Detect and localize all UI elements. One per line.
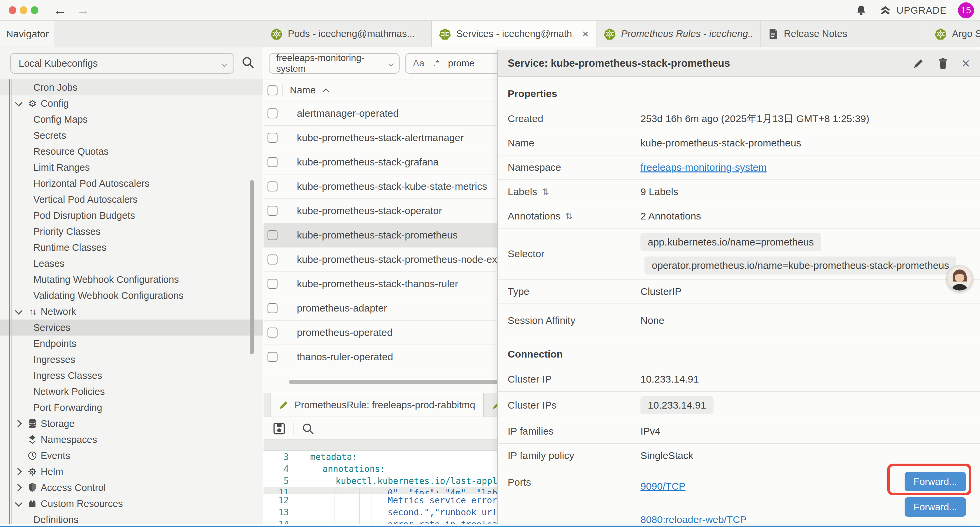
table-horizontal-scrollbar[interactable] xyxy=(264,380,498,384)
row-checkbox[interactable] xyxy=(267,279,277,289)
table-row[interactable]: kube-prometheus-stack-grafana xyxy=(264,150,498,174)
notification-badge[interactable]: 15 xyxy=(958,2,974,18)
row-checkbox[interactable] xyxy=(267,133,277,143)
sidebar-item-mutating-webhook-configurations[interactable]: Mutating Webhook Configurations xyxy=(0,272,263,288)
sidebar-item-events[interactable]: Events xyxy=(0,447,263,463)
port-link[interactable]: 9090/TCP xyxy=(640,481,686,492)
sidebar-item-helm[interactable]: Helm xyxy=(0,463,263,480)
minimize-window-button[interactable] xyxy=(20,6,27,14)
forward-button[interactable]: Forward... xyxy=(905,472,966,491)
save-icon[interactable] xyxy=(272,422,286,436)
forward-button[interactable]: Forward... xyxy=(905,497,966,517)
sidebar-item-services[interactable]: Services xyxy=(0,320,263,336)
back-button[interactable]: ← xyxy=(53,3,67,18)
tab-prometheus-rules-icecheng[interactable]: Prometheus Rules - icecheng... xyxy=(597,21,760,47)
bell-icon[interactable] xyxy=(855,4,867,17)
forward-button[interactable]: → xyxy=(76,3,89,18)
table-row[interactable]: kube-prometheus-stack-prometheus-node-ex… xyxy=(264,247,498,272)
chevron-right-icon[interactable] xyxy=(15,421,24,426)
chevron-right-icon[interactable] xyxy=(15,485,24,490)
sidebar-item-custom-resources[interactable]: Custom Resources xyxy=(0,496,263,512)
editor-search-icon[interactable] xyxy=(301,422,315,435)
port-link[interactable]: 8080:reloader-web/TCP xyxy=(640,514,747,524)
table-row[interactable]: kube-prometheus-stack-alertmanager xyxy=(264,126,498,150)
editor-tab[interactable]: PrometheusRule: freeleaps-prod-rabbitmq xyxy=(270,393,484,417)
namespace-link[interactable]: freeleaps-monitoring-system xyxy=(640,162,767,173)
sidebar-item-runtime-classes[interactable]: Runtime Classes xyxy=(0,239,263,255)
sidebar-item-config-maps[interactable]: Config Maps xyxy=(0,111,263,127)
sidebar-item-port-forwarding[interactable]: Port Forwarding xyxy=(0,400,263,416)
sort-arrows-icon[interactable]: ⇅ xyxy=(542,187,549,197)
row-checkbox[interactable] xyxy=(267,328,277,338)
chevron-down-icon[interactable] xyxy=(15,309,24,314)
row-checkbox[interactable] xyxy=(267,255,277,264)
table-row[interactable]: prometheus-operated xyxy=(264,320,498,345)
table-search-input[interactable]: Aa .* prome xyxy=(405,53,498,74)
row-checkbox[interactable] xyxy=(267,182,277,191)
sidebar-item-limit-ranges[interactable]: Limit Ranges xyxy=(0,159,263,175)
tab-release-notes[interactable]: Release Notes xyxy=(760,21,927,47)
select-all-checkbox[interactable] xyxy=(267,85,277,96)
sidebar-item-ingresses[interactable]: Ingresses xyxy=(0,352,263,368)
navigator-panel-title[interactable]: Navigator xyxy=(0,21,54,47)
sidebar-item-leases[interactable]: Leases xyxy=(0,255,263,272)
sidebar-item-network-policies[interactable]: Network Policies xyxy=(0,384,263,400)
tab-services-icecheng-math[interactable]: Services - icecheng@math...× xyxy=(432,21,597,47)
table-row[interactable]: alertmanager-operated xyxy=(264,101,498,126)
table-row[interactable]: kube-prometheus-stack-thanos-ruler xyxy=(264,272,498,296)
sidebar-item-cron-jobs[interactable]: Cron Jobs xyxy=(0,80,263,96)
yaml-editor[interactable]: 3metadata:4annotations:5kubectl.kubernet… xyxy=(264,451,498,524)
table-row[interactable]: thanos-ruler-operated xyxy=(264,345,498,369)
sidebar-item-network[interactable]: ↑↓Network xyxy=(0,304,263,320)
sidebar-item-vertical-pod-autoscalers[interactable]: Vertical Pod Autoscalers xyxy=(0,191,263,207)
sidebar-item-namespaces[interactable]: Namespaces xyxy=(0,431,263,447)
match-case-toggle[interactable]: Aa xyxy=(413,58,424,69)
regex-toggle[interactable]: .* xyxy=(433,58,439,69)
close-tab-icon[interactable]: × xyxy=(582,27,589,40)
row-checkbox[interactable] xyxy=(267,206,277,216)
sidebar-item-pod-disruption-budgets[interactable]: Pod Disruption Budgets xyxy=(0,207,263,223)
tab-pods-icecheng-mathmas[interactable]: Pods - icecheng@mathmas... xyxy=(263,21,432,47)
sidebar-search-icon[interactable] xyxy=(241,56,255,69)
editor-tab[interactable] xyxy=(484,393,498,417)
sidebar-item-storage[interactable]: Storage xyxy=(0,416,263,431)
user-avatar[interactable] xyxy=(947,266,973,291)
row-checkbox[interactable] xyxy=(267,303,277,313)
sidebar-item-ingress-classes[interactable]: Ingress Classes xyxy=(0,368,263,384)
sidebar-item-config[interactable]: ⚙Config xyxy=(0,96,263,111)
chevron-down-icon[interactable] xyxy=(15,101,24,106)
sidebar-item-validating-webhook-configurations[interactable]: Validating Webhook Configurations xyxy=(0,288,263,304)
sidebar-item-secrets[interactable]: Secrets xyxy=(0,127,263,143)
table-row[interactable]: kube-prometheus-stack-prometheus xyxy=(264,223,498,247)
table-row[interactable]: kube-prometheus-stack-kube-state-metrics xyxy=(264,174,498,199)
row-checkbox[interactable] xyxy=(267,157,277,167)
zoom-window-button[interactable] xyxy=(31,6,38,14)
sidebar-item-horizontal-pod-autoscalers[interactable]: Horizontal Pod Autoscalers xyxy=(0,175,263,191)
name-column-header[interactable]: Name xyxy=(290,85,315,96)
row-checkbox[interactable] xyxy=(267,230,277,240)
upgrade-label: UPGRADE xyxy=(897,5,947,16)
sidebar-item-resource-quotas[interactable]: Resource Quotas xyxy=(0,143,263,159)
sidebar-item-endpoints[interactable]: Endpoints xyxy=(0,336,263,352)
kubeconfig-select[interactable]: Local Kubeconfigs xyxy=(10,53,234,74)
close-panel-icon[interactable]: × xyxy=(961,57,970,70)
sidebar-item-priority-classes[interactable]: Priority Classes xyxy=(0,223,263,239)
namespace-select[interactable]: freeleaps-monitoring-system xyxy=(269,53,399,74)
row-checkbox[interactable] xyxy=(267,108,277,118)
sort-ascending-icon[interactable] xyxy=(321,87,330,94)
delete-trash-icon[interactable] xyxy=(937,57,949,70)
sidebar-item-access-control[interactable]: Access Control xyxy=(0,480,263,496)
row-checkbox[interactable] xyxy=(267,352,277,362)
chevron-right-icon[interactable] xyxy=(15,469,24,474)
close-window-button[interactable] xyxy=(9,6,16,14)
chevron-down-icon[interactable] xyxy=(15,501,24,506)
table-row[interactable]: kube-prometheus-stack-operator xyxy=(264,199,498,223)
edit-pencil-icon[interactable] xyxy=(913,57,924,69)
tab-argo-se[interactable]: Argo Se xyxy=(927,21,980,47)
sidebar-item-definitions[interactable]: Definitions xyxy=(0,512,263,524)
table-row[interactable]: prometheus-adapter xyxy=(264,296,498,320)
sort-arrows-icon[interactable]: ⇅ xyxy=(565,211,573,221)
sidebar-scrollbar[interactable] xyxy=(250,180,254,354)
collapsed-panel-strip[interactable] xyxy=(264,440,498,451)
upgrade-button[interactable]: UPGRADE xyxy=(878,4,947,17)
